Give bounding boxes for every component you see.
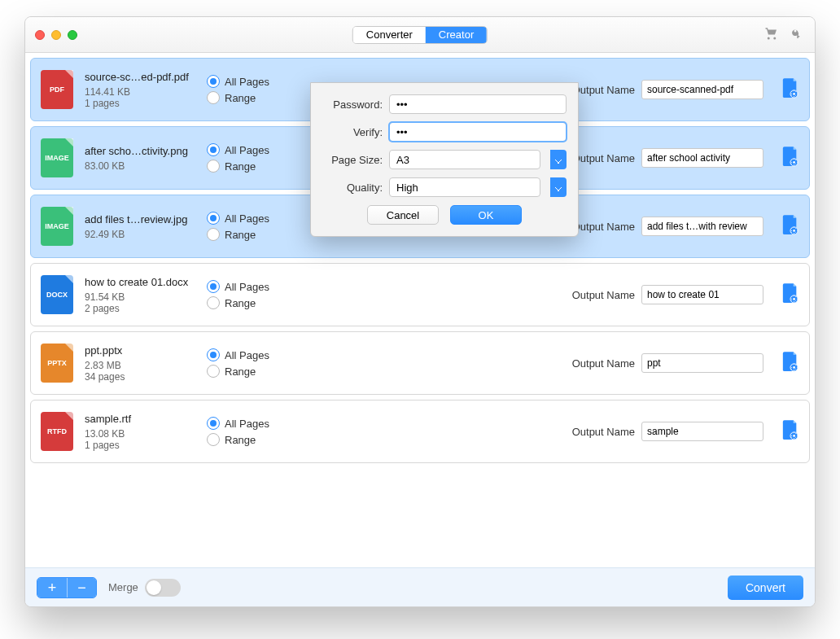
- row-settings-icon[interactable]: [781, 147, 799, 170]
- output-name-label: Output Name: [572, 221, 635, 233]
- file-pages: 34 pages: [85, 371, 207, 383]
- quality-label: Quality:: [322, 182, 383, 194]
- row-settings-icon[interactable]: [781, 352, 799, 375]
- file-pages: 2 pages: [85, 303, 207, 314]
- svg-point-1: [793, 93, 795, 95]
- settings-dialog: Password: Verify: Page Size: Quality: Ca…: [310, 82, 579, 237]
- file-pages: 1 pages: [85, 440, 207, 451]
- file-name: sample.rtf: [85, 413, 207, 425]
- convert-button[interactable]: Convert: [728, 576, 803, 600]
- file-meta: after scho…ctivity.png 83.00 KB: [85, 145, 207, 172]
- file-row[interactable]: PPTX ppt.pptx 2.83 MB 34 pages All Pages…: [30, 331, 810, 395]
- close-window-button[interactable]: [35, 30, 45, 40]
- file-type-icon: IMAGE: [41, 207, 73, 246]
- output-name-input[interactable]: [641, 80, 763, 99]
- file-type-icon: PPTX: [41, 344, 73, 383]
- file-row[interactable]: DOCX how to create 01.docx 91.54 KB 2 pa…: [30, 263, 810, 326]
- range-radio[interactable]: Range: [207, 365, 329, 378]
- add-file-button[interactable]: +: [37, 578, 67, 597]
- window-controls: [35, 30, 77, 40]
- add-remove-group: + −: [37, 577, 97, 598]
- file-size: 114.41 KB: [85, 86, 207, 98]
- output-name-input[interactable]: [641, 217, 763, 236]
- file-name: add files t…review.jpg: [85, 213, 207, 225]
- tab-converter[interactable]: Converter: [353, 27, 426, 43]
- merge-toggle[interactable]: [145, 579, 181, 597]
- svg-point-11: [793, 435, 795, 437]
- file-meta: sample.rtf 13.08 KB 1 pages: [85, 413, 207, 451]
- file-row[interactable]: RTFD sample.rtf 13.08 KB 1 pages All Pag…: [30, 400, 810, 463]
- verify-label: Verify:: [322, 126, 383, 138]
- file-name: ppt.pptx: [85, 344, 207, 357]
- remove-file-button[interactable]: −: [67, 578, 96, 597]
- page-selection: All Pages Range: [207, 345, 329, 381]
- file-name: how to create 01.docx: [85, 276, 207, 288]
- tab-creator[interactable]: Creator: [426, 27, 487, 43]
- page-selection: All Pages Range: [207, 414, 329, 449]
- file-meta: add files t…review.jpg 92.49 KB: [85, 213, 207, 240]
- cart-icon[interactable]: [764, 26, 779, 43]
- row-settings-icon[interactable]: [781, 78, 799, 102]
- output-name-label: Output Name: [572, 357, 635, 370]
- file-size: 92.49 KB: [85, 229, 207, 240]
- output-name-label: Output Name: [572, 426, 635, 438]
- page-selection: All Pages Range: [207, 277, 329, 313]
- file-size: 2.83 MB: [85, 360, 207, 371]
- output-name-label: Output Name: [572, 152, 635, 164]
- password-input[interactable]: [389, 94, 567, 114]
- file-type-icon: IMAGE: [41, 138, 73, 177]
- key-icon[interactable]: [790, 26, 805, 43]
- file-pages: 1 pages: [85, 98, 207, 109]
- bottom-toolbar: + − Merge Convert: [25, 567, 815, 606]
- file-meta: source-sc…ed-pdf.pdf 114.41 KB 1 pages: [85, 71, 207, 109]
- all-pages-radio[interactable]: All Pages: [207, 280, 329, 293]
- quality-select[interactable]: [389, 177, 540, 197]
- file-type-icon: RTFD: [41, 412, 73, 451]
- file-size: 91.54 KB: [85, 291, 207, 303]
- file-type-icon: PDF: [41, 70, 73, 109]
- file-name: after scho…ctivity.png: [85, 145, 207, 157]
- svg-point-7: [793, 298, 795, 300]
- titlebar: Converter Creator: [25, 17, 815, 53]
- password-label: Password:: [322, 98, 383, 111]
- all-pages-radio[interactable]: All Pages: [207, 417, 329, 430]
- merge-label: Merge: [108, 581, 138, 593]
- verify-input[interactable]: [389, 122, 567, 142]
- pagesize-select[interactable]: [389, 150, 540, 169]
- file-size: 83.00 KB: [85, 160, 207, 172]
- mode-segmented-control: Converter Creator: [352, 26, 488, 44]
- output-name-input[interactable]: [641, 353, 763, 373]
- row-settings-icon[interactable]: [781, 420, 799, 444]
- output-name-input[interactable]: [641, 285, 763, 304]
- svg-point-3: [793, 161, 795, 164]
- zoom-window-button[interactable]: [68, 30, 77, 40]
- output-name-input[interactable]: [641, 148, 763, 168]
- file-type-icon: DOCX: [41, 275, 73, 314]
- output-name-label: Output Name: [572, 289, 635, 301]
- cancel-button[interactable]: Cancel: [367, 205, 439, 225]
- output-name-label: Output Name: [572, 84, 635, 96]
- range-radio[interactable]: Range: [207, 296, 329, 309]
- range-radio[interactable]: Range: [207, 433, 329, 446]
- file-name: source-sc…ed-pdf.pdf: [85, 71, 207, 83]
- svg-point-9: [793, 366, 795, 369]
- file-size: 13.08 KB: [85, 428, 207, 440]
- row-settings-icon[interactable]: [781, 215, 799, 239]
- output-name-input[interactable]: [641, 422, 763, 441]
- svg-point-5: [793, 230, 795, 232]
- all-pages-radio[interactable]: All Pages: [207, 348, 329, 361]
- pagesize-label: Page Size:: [322, 154, 383, 166]
- row-settings-icon[interactable]: [781, 283, 799, 307]
- minimize-window-button[interactable]: [51, 30, 61, 40]
- file-meta: how to create 01.docx 91.54 KB 2 pages: [85, 276, 207, 314]
- file-meta: ppt.pptx 2.83 MB 34 pages: [85, 344, 207, 383]
- app-window: Converter Creator PDF source-sc…ed-pdf.p…: [24, 16, 816, 607]
- ok-button[interactable]: OK: [450, 205, 522, 225]
